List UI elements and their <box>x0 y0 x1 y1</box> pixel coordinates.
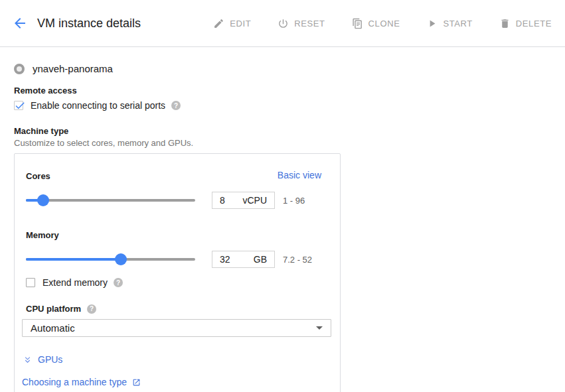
chevron-down-icon <box>316 326 323 330</box>
help-icon[interactable] <box>171 101 181 110</box>
machine-type-doc-link[interactable]: Choosing a machine type <box>22 377 340 387</box>
checkmark-icon <box>14 99 26 111</box>
memory-unit: GB <box>254 254 267 265</box>
cpu-platform-row: CPU platform <box>15 304 340 314</box>
doc-link-label[interactable]: Choosing a machine type <box>22 377 127 387</box>
remote-access-label: Remote access <box>14 86 551 96</box>
basic-view-link[interactable]: Basic view <box>278 170 321 180</box>
reset-button-label: RESET <box>294 19 325 29</box>
edit-button-label: EDIT <box>230 19 251 29</box>
memory-label: Memory <box>26 230 340 240</box>
machine-type-section: Machine type Customize to select cores, … <box>14 126 551 148</box>
cpu-platform-selected-value: Automatic <box>31 322 75 334</box>
trash-icon <box>499 18 511 29</box>
instance-row: ynaveh-panorama <box>14 63 551 74</box>
delete-button-label: DELETE <box>516 19 552 29</box>
remote-access-section: Remote access Enable connecting to seria… <box>14 86 551 111</box>
memory-range: 7.2 - 52 <box>283 255 312 265</box>
clone-button-label: CLONE <box>368 19 400 29</box>
page-title: VM instance details <box>37 17 141 31</box>
gpus-link-label[interactable]: GPUs <box>38 354 62 365</box>
serial-ports-checkbox[interactable] <box>14 101 23 110</box>
serial-ports-row: Enable connecting to serial ports <box>14 100 551 111</box>
page-header: VM instance details EDIT RESET CLONE STA… <box>0 0 565 47</box>
pencil-icon <box>213 18 224 29</box>
extend-memory-checkbox[interactable] <box>26 278 35 287</box>
cores-slider-track[interactable] <box>26 199 195 202</box>
clone-button[interactable]: CLONE <box>352 18 400 29</box>
vm-status-stopped-icon <box>14 64 25 74</box>
cores-value[interactable]: 8 <box>220 195 225 206</box>
instance-name: ynaveh-panorama <box>33 63 113 74</box>
toolbar: EDIT RESET CLONE START DELETE <box>213 18 552 29</box>
cores-value-box[interactable]: 8 vCPU <box>212 192 275 209</box>
reset-button[interactable]: RESET <box>278 18 325 29</box>
help-icon[interactable] <box>87 304 96 314</box>
cores-range: 1 - 96 <box>283 196 305 206</box>
memory-slider-thumb[interactable] <box>115 253 127 265</box>
power-icon <box>278 18 289 29</box>
cores-slider-thumb[interactable] <box>37 194 49 206</box>
cpu-platform-select[interactable]: Automatic <box>22 319 331 337</box>
memory-slider-fill <box>26 258 121 261</box>
memory-value[interactable]: 32 <box>220 254 230 265</box>
back-arrow-icon[interactable] <box>12 15 28 31</box>
cpu-platform-label: CPU platform <box>26 304 81 314</box>
external-link-icon <box>132 378 141 387</box>
machine-type-description: Customize to select cores, memory and GP… <box>14 138 551 148</box>
memory-slider-row: 32 GB 7.2 - 52 <box>26 251 340 268</box>
clone-icon <box>352 18 363 29</box>
cores-slider-row: 8 vCPU 1 - 96 <box>26 192 340 209</box>
main-content: ynaveh-panorama Remote access Enable con… <box>0 63 565 392</box>
extend-memory-label: Extend memory <box>42 277 108 288</box>
machine-type-card: Basic view Cores 8 vCPU 1 - 96 Memory 32 <box>14 153 341 392</box>
serial-ports-checkbox-label: Enable connecting to serial ports <box>31 100 165 111</box>
play-icon <box>426 18 438 29</box>
start-button[interactable]: START <box>426 18 472 29</box>
delete-button[interactable]: DELETE <box>499 18 552 29</box>
cores-slider[interactable] <box>26 194 195 206</box>
extend-memory-row: Extend memory <box>26 277 340 288</box>
help-icon[interactable] <box>114 278 123 287</box>
start-button-label: START <box>443 19 472 29</box>
gpus-expander[interactable]: GPUs <box>23 354 340 365</box>
memory-slider[interactable] <box>26 253 195 265</box>
cores-unit: vCPU <box>242 195 267 206</box>
machine-type-label: Machine type <box>14 126 551 136</box>
edit-button[interactable]: EDIT <box>213 18 251 29</box>
memory-value-box[interactable]: 32 GB <box>212 251 275 268</box>
double-chevron-down-icon <box>23 355 33 365</box>
